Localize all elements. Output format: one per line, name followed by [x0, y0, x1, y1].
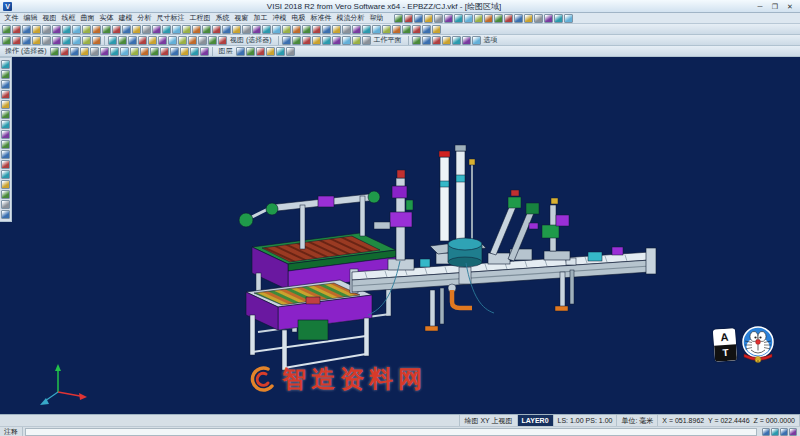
- toolbar-icon[interactable]: [1, 190, 10, 199]
- toolbar-icon[interactable]: [1, 140, 10, 149]
- status-icon[interactable]: [780, 428, 788, 436]
- toolbar-icon[interactable]: [222, 25, 231, 34]
- toolbar-icon[interactable]: [474, 14, 483, 23]
- toolbar-icon[interactable]: [454, 14, 463, 23]
- toolbar-icon[interactable]: [22, 25, 31, 34]
- toolbar-icon[interactable]: [140, 47, 149, 56]
- toolbar-icon[interactable]: [1, 210, 10, 219]
- toolbar-icon[interactable]: [452, 36, 461, 45]
- toolbar-icon[interactable]: [218, 36, 227, 45]
- toolbar-icon[interactable]: [1, 100, 10, 109]
- toolbar-icon[interactable]: [422, 25, 431, 34]
- toolbar-icon[interactable]: [180, 47, 189, 56]
- toolbar-icon[interactable]: [1, 180, 10, 189]
- menu-item[interactable]: 视图: [40, 13, 59, 23]
- toolbar-icon[interactable]: [1, 170, 10, 179]
- toolbar-icon[interactable]: [412, 36, 421, 45]
- toolbar-icon[interactable]: [256, 47, 265, 56]
- toolbar-icon[interactable]: [2, 25, 11, 34]
- toolbar-icon[interactable]: [120, 47, 129, 56]
- toolbar-icon[interactable]: [90, 47, 99, 56]
- toolbar-icon[interactable]: [132, 25, 141, 34]
- toolbar-icon[interactable]: [504, 14, 513, 23]
- menu-item[interactable]: 文件: [2, 13, 21, 23]
- toolbar-icon[interactable]: [112, 25, 121, 34]
- toolbar-icon[interactable]: [402, 25, 411, 34]
- toolbar-icon[interactable]: [1, 120, 10, 129]
- toolbar-icon[interactable]: [72, 36, 81, 45]
- toolbar-icon[interactable]: [422, 36, 431, 45]
- toolbar-icon[interactable]: [1, 80, 10, 89]
- toolbar-icon[interactable]: [202, 25, 211, 34]
- toolbar-icon[interactable]: [564, 14, 573, 23]
- toolbar-icon[interactable]: [150, 47, 159, 56]
- toolbar-icon[interactable]: [252, 25, 261, 34]
- toolbar-icon[interactable]: [332, 25, 341, 34]
- toolbar-icon[interactable]: [158, 36, 167, 45]
- toolbar-icon[interactable]: [80, 47, 89, 56]
- minimize-button[interactable]: ─: [753, 1, 767, 12]
- toolbar-icon[interactable]: [382, 25, 391, 34]
- toolbar-icon[interactable]: [42, 25, 51, 34]
- toolbar-icon[interactable]: [32, 36, 41, 45]
- toolbar-icon[interactable]: [312, 25, 321, 34]
- toolbar-icon[interactable]: [524, 14, 533, 23]
- toolbar-icon[interactable]: [100, 47, 109, 56]
- toolbar-icon[interactable]: [484, 14, 493, 23]
- toolbar-icon[interactable]: [152, 25, 161, 34]
- toolbar-icon[interactable]: [302, 36, 311, 45]
- menu-item[interactable]: 系统: [213, 13, 232, 23]
- menu-item[interactable]: 编辑: [21, 13, 40, 23]
- toolbar-icon[interactable]: [412, 25, 421, 34]
- toolbar-icon[interactable]: [160, 47, 169, 56]
- toolbar-icon[interactable]: [286, 47, 295, 56]
- toolbar-icon[interactable]: [42, 36, 51, 45]
- toolbar-icon[interactable]: [190, 47, 199, 56]
- toolbar-icon[interactable]: [432, 36, 441, 45]
- toolbar-icon[interactable]: [2, 36, 11, 45]
- toolbar-icon[interactable]: [514, 14, 523, 23]
- toolbar-icon[interactable]: [82, 25, 91, 34]
- toolbar-icon[interactable]: [178, 36, 187, 45]
- toolbar-icon[interactable]: [208, 36, 217, 45]
- toolbar-icon[interactable]: [442, 36, 451, 45]
- toolbar-icon[interactable]: [372, 25, 381, 34]
- status-icon[interactable]: [771, 428, 779, 436]
- command-input[interactable]: [25, 428, 757, 436]
- toolbar-icon[interactable]: [168, 36, 177, 45]
- toolbar-icon[interactable]: [322, 25, 331, 34]
- toolbar-icon[interactable]: [62, 36, 71, 45]
- toolbar-icon[interactable]: [266, 47, 275, 56]
- maximize-button[interactable]: ❐: [768, 1, 782, 12]
- toolbar-icon[interactable]: [1, 70, 10, 79]
- menu-item[interactable]: 模流分析: [334, 13, 367, 23]
- toolbar-icon[interactable]: [362, 25, 371, 34]
- toolbar-icon[interactable]: [276, 47, 285, 56]
- toolbar-icon[interactable]: [188, 36, 197, 45]
- menu-item[interactable]: 曲面: [78, 13, 97, 23]
- toolbar-icon[interactable]: [52, 25, 61, 34]
- toolbar-icon[interactable]: [392, 25, 401, 34]
- toolbar-icon[interactable]: [82, 36, 91, 45]
- status-icon[interactable]: [762, 428, 770, 436]
- toolbar-icon[interactable]: [110, 47, 119, 56]
- toolbar-icon[interactable]: [92, 25, 101, 34]
- status-units[interactable]: 单位: 毫米: [617, 415, 658, 426]
- toolbar-icon[interactable]: [148, 36, 157, 45]
- toolbar-icon[interactable]: [472, 36, 481, 45]
- toolbar-icon[interactable]: [302, 25, 311, 34]
- toolbar-icon[interactable]: [212, 25, 221, 34]
- toolbar-icon[interactable]: [242, 25, 251, 34]
- toolbar-icon[interactable]: [142, 25, 151, 34]
- menu-item[interactable]: 实体: [97, 13, 116, 23]
- toolbar-icon[interactable]: [282, 36, 291, 45]
- toolbar-icon[interactable]: [246, 47, 255, 56]
- toolbar-icon[interactable]: [464, 14, 473, 23]
- toolbar-icon[interactable]: [544, 14, 553, 23]
- close-button[interactable]: ✕: [783, 1, 797, 12]
- toolbar-icon[interactable]: [1, 110, 10, 119]
- toolbar-icon[interactable]: [92, 36, 101, 45]
- toolbar-icon[interactable]: [162, 25, 171, 34]
- toolbar-icon[interactable]: [172, 25, 181, 34]
- toolbar-icon[interactable]: [138, 36, 147, 45]
